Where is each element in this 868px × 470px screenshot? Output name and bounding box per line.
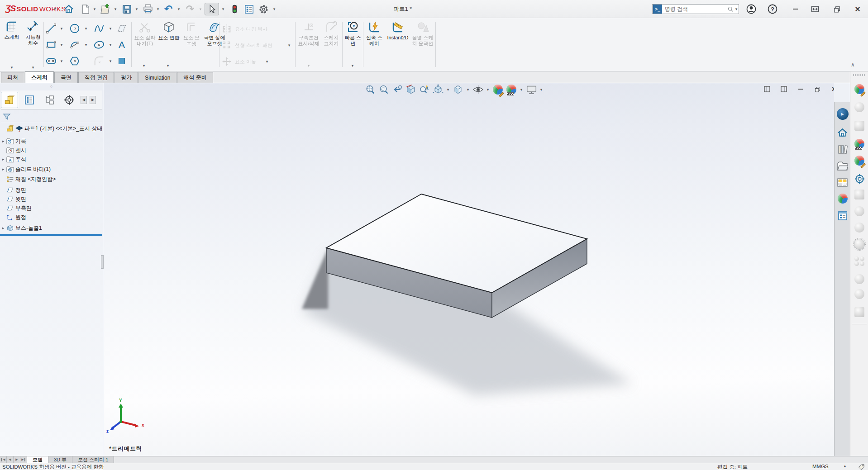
circle-tool-dropdown[interactable]: ▾: [83, 22, 89, 35]
unit-system-dropdown[interactable]: ▲: [843, 464, 847, 468]
custom-properties-tab[interactable]: [836, 209, 849, 223]
span-displays-button[interactable]: [808, 4, 822, 14]
tab-analysis-preparation[interactable]: 해석 준비: [177, 72, 213, 83]
filter-funnel-icon[interactable]: [3, 113, 11, 120]
last-tab-button[interactable]: ▶: [20, 456, 27, 463]
fillet-tool-dropdown[interactable]: ▾: [108, 54, 113, 68]
edit-scene-button[interactable]: [854, 138, 865, 150]
new-document-dropdown[interactable]: ▾: [92, 7, 97, 11]
apply-scene-button[interactable]: [506, 84, 517, 95]
next-tab-button[interactable]: ▶: [14, 456, 20, 463]
rebuild-button[interactable]: [228, 3, 241, 15]
pane-right-button[interactable]: [777, 84, 790, 94]
instant2d-button[interactable]: Instant2D: [385, 21, 411, 70]
edit-appearance-button[interactable]: [854, 83, 865, 95]
edit-appearance-button[interactable]: [492, 84, 504, 95]
tab-scroll-right[interactable]: ▶: [90, 96, 96, 104]
command-search[interactable]: >_ ▾: [652, 4, 739, 14]
save-dropdown[interactable]: ▾: [134, 7, 139, 11]
display-delete-relations-button[interactable]: 구속조건 표시/삭제: [297, 21, 320, 70]
smart-dimension-flyout[interactable]: ▾: [31, 65, 35, 70]
rectangle-tool-button[interactable]: [44, 38, 58, 52]
sketch-button[interactable]: 스케치 ▾: [2, 20, 22, 70]
slot-tool-button[interactable]: [44, 54, 58, 68]
tab-sketch[interactable]: 스케치: [25, 71, 54, 83]
redo-dropdown[interactable]: ▾: [198, 7, 203, 11]
select-tool-button[interactable]: [205, 3, 219, 15]
previous-view-button[interactable]: [391, 84, 403, 95]
toolbar-grip-handle[interactable]: [853, 74, 866, 76]
tab-surfaces[interactable]: 곡면: [54, 72, 78, 83]
tree-item-top-plane[interactable]: 윗면: [0, 195, 102, 204]
text-tool-button[interactable]: A: [115, 38, 129, 52]
hide-show-items-dropdown[interactable]: ▾: [486, 87, 490, 92]
ribbon-collapse-button[interactable]: ∧: [851, 62, 855, 68]
solidworks-logo[interactable]: ƷS SOLID WORKS: [5, 4, 66, 14]
apply-scene-dropdown[interactable]: ▾: [519, 87, 524, 92]
document-close-button[interactable]: ×: [828, 84, 834, 94]
rollback-bar[interactable]: [0, 234, 102, 236]
quick-snaps-flyout[interactable]: ▾: [350, 63, 355, 68]
propertymanager-tab[interactable]: [21, 92, 38, 108]
paste-appearance-button[interactable]: [854, 120, 865, 132]
redo-button[interactable]: ↷: [184, 3, 196, 15]
view-settings-button[interactable]: [525, 84, 537, 95]
arc-tool-button[interactable]: [68, 38, 81, 52]
tab-evaluate[interactable]: 평가: [114, 72, 138, 83]
move-entities-dropdown[interactable]: ▾: [265, 59, 269, 64]
shaded-sketch-contours-button[interactable]: 음영 스케치 윤곽선: [412, 21, 434, 70]
sketch-plane-button[interactable]: [115, 22, 129, 35]
open-button[interactable]: [99, 3, 111, 15]
tag-icon[interactable]: [858, 464, 865, 470]
repair-sketch-button[interactable]: 스케치 고치기: [321, 21, 341, 70]
undo-button[interactable]: ↶: [162, 3, 175, 15]
print-button[interactable]: [142, 3, 154, 15]
spline-tool-dropdown[interactable]: ▾: [108, 22, 113, 35]
expand-caret-icon[interactable]: ▸: [0, 139, 6, 143]
move-entities-button[interactable]: 요소 이동: [221, 54, 256, 69]
preview-window-button[interactable]: [854, 189, 865, 200]
select-tool-dropdown[interactable]: ▾: [221, 7, 225, 11]
minimize-button[interactable]: [788, 4, 802, 14]
search-input[interactable]: [664, 5, 727, 13]
sketch-flyout[interactable]: ▾: [10, 65, 14, 70]
file-explorer-tab[interactable]: [836, 159, 849, 173]
search-dropdown[interactable]: ▾: [734, 7, 739, 11]
new-document-button[interactable]: [79, 3, 91, 15]
close-button[interactable]: ×: [851, 4, 864, 14]
save-button[interactable]: [120, 3, 133, 15]
zoom-to-fit-button[interactable]: [364, 84, 376, 95]
appearances-scenes-tab[interactable]: [836, 192, 849, 205]
expand-caret-icon[interactable]: ▸: [0, 226, 6, 230]
document-minimize-button[interactable]: [794, 84, 807, 94]
home-button[interactable]: [62, 3, 75, 15]
view-settings-dropdown[interactable]: ▾: [539, 87, 544, 92]
view-orientation-button[interactable]: [432, 84, 444, 95]
print-dropdown[interactable]: ▾: [156, 7, 160, 11]
render-region-button[interactable]: [854, 238, 865, 250]
tree-item-front-plane[interactable]: 정면: [0, 185, 102, 195]
display-style-button[interactable]: [452, 84, 464, 95]
options-button[interactable]: [257, 3, 270, 15]
convert-entities-button[interactable]: 요소 변환: [157, 21, 180, 70]
mirror-entities-button[interactable]: 요소 대칭 복사: [221, 22, 267, 36]
annotation-views-button[interactable]: [419, 84, 430, 95]
graphics-viewport[interactable]: ▾ ▾ ▾ ▾ ▾ ×: [104, 83, 834, 456]
undo-dropdown[interactable]: ▾: [176, 7, 181, 11]
slot-tool-dropdown[interactable]: ▾: [59, 54, 64, 68]
model-tab[interactable]: 모델: [27, 456, 48, 463]
marketplace-tab[interactable]: ▶: [836, 107, 849, 121]
offset-entities-button[interactable]: 요소 오프셋: [181, 21, 202, 70]
tree-item-right-plane[interactable]: 우측면: [0, 204, 102, 213]
restore-button[interactable]: [830, 4, 844, 14]
featuremanager-tab[interactable]: [1, 92, 18, 108]
expand-caret-icon[interactable]: ▸: [0, 167, 6, 171]
unit-system[interactable]: MMGS: [812, 464, 829, 469]
ellipse-tool-button[interactable]: [92, 38, 106, 52]
hide-show-items-button[interactable]: [472, 84, 484, 95]
model-scene[interactable]: [104, 83, 834, 456]
motion-study-tab[interactable]: 모션 스터디 1: [72, 456, 114, 463]
tree-item-annotations[interactable]: ▸ 주석: [0, 155, 102, 164]
rapid-sketch-button[interactable]: 신속 스케치: [365, 21, 384, 70]
tree-filter-input[interactable]: [13, 113, 102, 121]
